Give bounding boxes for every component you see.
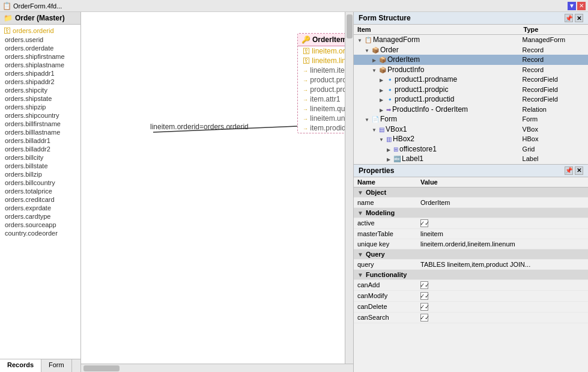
prop-value[interactable]: ✓ [417, 290, 588, 301]
expand-icon[interactable]: ▶ [378, 106, 385, 114]
left-panel-item[interactable]: orders.creditcard [0, 195, 80, 204]
expand-icon[interactable]: ▶ [385, 146, 392, 153]
prop-name: active [354, 218, 417, 228]
node-label: product1.prodpic [395, 85, 448, 94]
left-panel-item[interactable]: orders.billstate [0, 162, 80, 170]
props-row: unique keylineitem.orderid,lineitem.line… [354, 239, 588, 249]
prop-value: TABLES lineitem,item,product JOIN... [417, 259, 588, 269]
form-structure-pin[interactable]: 📌 [565, 14, 573, 22]
scrollbar-thumb-h[interactable] [83, 365, 120, 371]
tree-row[interactable]: ▶➡ProductInfo - OrderItemRelation [354, 105, 588, 115]
tree-row[interactable]: ▼📄FormForm [354, 114, 588, 124]
props-row: canAdd✓ [354, 279, 588, 290]
horizontal-scrollbar[interactable] [81, 364, 353, 372]
scrollbar-thumb-v[interactable] [347, 14, 353, 38]
checkbox[interactable]: ✓ [420, 292, 428, 300]
left-panel-item[interactable]: orders.billaddr1 [0, 136, 80, 145]
properties-close[interactable]: ✕ [575, 166, 583, 175]
prop-name: canAdd [354, 279, 417, 290]
left-panel-item[interactable]: orders.shipfirstname [0, 52, 80, 61]
section-arrow: ▼ [357, 210, 363, 216]
checkbox[interactable]: ✓ [420, 314, 428, 322]
prop-name: canDelete [354, 301, 417, 312]
prop-name: query [354, 259, 417, 269]
tree-row[interactable]: ▶⊞officestore1Grid [354, 144, 588, 154]
properties-pin[interactable]: 📌 [565, 166, 573, 175]
center-canvas[interactable]: lineitem.orderid=orders.orderid product1… [81, 12, 354, 372]
close-button[interactable]: ✕ [577, 2, 586, 10]
left-panel-item[interactable]: country.codeorder [0, 229, 80, 237]
left-panel-title: Order (Master) [15, 14, 65, 22]
prop-value[interactable]: ✓ [417, 218, 588, 228]
prop-value[interactable]: ✓ [417, 312, 588, 323]
expand-icon[interactable]: ▶ [378, 77, 385, 84]
expand-icon[interactable]: ▶ [378, 97, 385, 104]
expand-icon[interactable]: ▼ [371, 126, 378, 133]
tree-row[interactable]: ▶🔹product1.prodpicRecordField [354, 85, 588, 95]
node-type: RecordField [520, 94, 588, 105]
form-structure-scroll[interactable]: Item Type ▼📋ManagedFormManagedForm▼📦Orde… [354, 25, 588, 164]
expand-icon[interactable]: ▼ [371, 67, 378, 74]
main-layout: 📁 Order (Master) ⚿ orders.orderidorders.… [0, 12, 588, 372]
left-panel-item[interactable]: orders.billaddr2 [0, 145, 80, 153]
left-panel-item[interactable]: orders.shipaddr2 [0, 78, 80, 86]
expand-icon[interactable]: ▼ [378, 136, 385, 144]
node-label: Label1 [402, 154, 423, 163]
section-arrow: ▼ [357, 272, 363, 278]
tree-row[interactable]: ▼▥HBox2HBox [354, 134, 588, 144]
left-panel-item[interactable]: orders.exprdate [0, 204, 80, 212]
tree-row[interactable]: ▼▤VBox1VBox [354, 124, 588, 135]
section-arrow: ▼ [357, 251, 363, 258]
tree-row[interactable]: ▶📦OrderItemRecord [354, 55, 588, 65]
vertical-scrollbar[interactable] [345, 12, 353, 364]
left-panel-item[interactable]: orders.shipstate [0, 94, 80, 103]
node-icon: 🔹 [386, 76, 393, 83]
tree-row[interactable]: ▶🔹product1.prodnameRecordField [354, 75, 588, 85]
prop-value[interactable]: ✓ [417, 301, 588, 312]
bottom-tab-form[interactable]: Form [41, 359, 72, 372]
node-type: Record [520, 65, 588, 75]
left-panel-item[interactable]: orders.shipaddr1 [0, 69, 80, 78]
expand-icon[interactable]: ▼ [363, 117, 371, 124]
left-panel-item[interactable]: orders.sourceapp [0, 221, 80, 229]
section-arrow: ▼ [357, 189, 363, 196]
left-panel-item[interactable]: orders.billcity [0, 153, 80, 162]
expand-icon[interactable]: ▶ [378, 87, 385, 94]
tree-row[interactable]: ▶🔹product1.productidRecordField [354, 94, 588, 105]
expand-icon[interactable]: ▶ [385, 156, 392, 163]
left-panel-item[interactable]: orders.shiplastname [0, 61, 80, 69]
left-panel-item[interactable]: orders.userid [0, 35, 80, 44]
form-structure-table: Item Type ▼📋ManagedFormManagedForm▼📦Orde… [354, 25, 588, 164]
checkbox[interactable]: ✓ [420, 303, 428, 311]
properties-scroll[interactable]: Name Value ▼ObjectnameOrderItem▼Modeling… [354, 177, 588, 373]
checkbox[interactable]: ✓ [420, 219, 428, 227]
expand-icon[interactable]: ▼ [363, 47, 371, 54]
left-panel-item[interactable]: ⚿ orders.orderid [0, 26, 80, 35]
tree-row[interactable]: ▼📋ManagedFormManagedForm [354, 35, 588, 45]
left-panel-item[interactable]: orders.orderdate [0, 44, 80, 52]
tree-row[interactable]: ▼📦ProductInfoRecord [354, 65, 588, 75]
props-body: ▼ObjectnameOrderItem▼Modelingactive✓mast… [354, 187, 588, 323]
left-panel-item[interactable]: orders.totalprice [0, 187, 80, 195]
minimize-button[interactable]: ▼ [568, 2, 576, 10]
left-panel-item[interactable]: orders.shipzip [0, 103, 80, 111]
left-panel-item[interactable]: orders.billfirstname [0, 120, 80, 128]
left-panel-item[interactable]: orders.billcountry [0, 178, 80, 187]
props-section: ▼Modeling [354, 207, 588, 218]
orderitem-title: OrderItem [312, 35, 347, 44]
tree-row[interactable]: ▼📦OrderRecord [354, 45, 588, 55]
props-row: nameOrderItem [354, 197, 588, 207]
form-structure-close[interactable]: ✕ [575, 14, 583, 22]
tree-row[interactable]: ▶🔤Label1Label [354, 154, 588, 164]
prop-value[interactable]: ✓ [417, 279, 588, 290]
left-panel-item[interactable]: orders.shipcountry [0, 111, 80, 120]
left-panel-item[interactable]: orders.billlastname [0, 128, 80, 136]
checkbox[interactable]: ✓ [420, 281, 428, 289]
left-panel-item[interactable]: orders.cardtype [0, 212, 80, 221]
bottom-tab-records[interactable]: Records [0, 359, 41, 372]
left-panel-item[interactable]: orders.shipcity [0, 86, 80, 94]
props-row: masterTablelineitem [354, 228, 588, 239]
left-panel-item[interactable]: orders.billzip [0, 170, 80, 178]
expand-icon[interactable]: ▼ [356, 37, 363, 44]
expand-icon[interactable]: ▶ [371, 57, 378, 64]
